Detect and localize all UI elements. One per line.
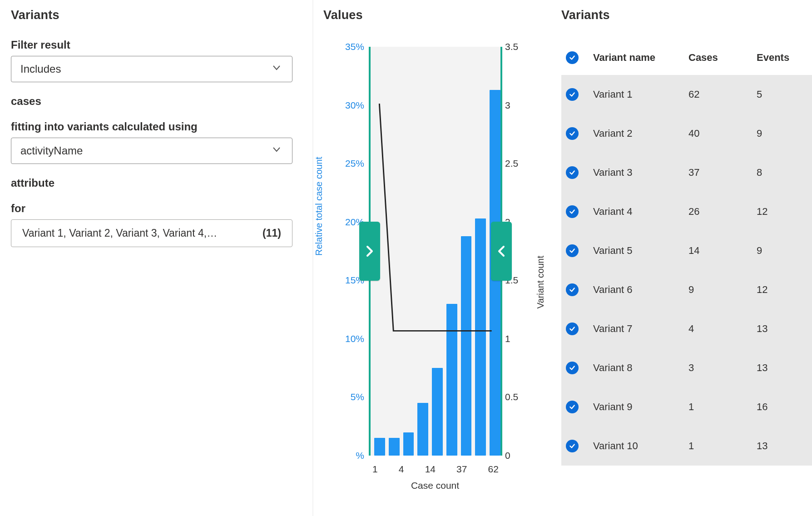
y-left-tick: 5% (351, 392, 364, 402)
variants-table-panel: Variants Variant name Cases Events Varia… (554, 0, 812, 516)
chart-bar (403, 432, 414, 456)
range-slider-right[interactable] (491, 222, 512, 281)
row-checkbox[interactable] (566, 401, 579, 413)
calc-attribute-select[interactable]: activityName (11, 138, 292, 164)
table-row[interactable]: Variant 2409 (561, 114, 812, 153)
cell-variant-name: Variant 3 (589, 153, 684, 192)
chart-bars (371, 47, 500, 456)
cell-events: 12 (752, 270, 812, 309)
chart-bar (432, 368, 443, 456)
x-tick: 62 (488, 464, 499, 475)
cell-events: 8 (752, 153, 812, 192)
filter-panel: Variants Filter result Includes cases fi… (0, 0, 313, 516)
chevron-down-icon (271, 62, 282, 76)
cell-cases: 1 (684, 387, 752, 427)
values-panel: Values Relative total case count Variant… (313, 0, 554, 516)
cell-variant-name: Variant 1 (589, 75, 684, 114)
table-row[interactable]: Variant 3378 (561, 153, 812, 192)
y-left-tick: 10% (345, 333, 364, 344)
filter-panel-title: Variants (11, 8, 303, 22)
variant-multiselect[interactable]: Variant 1, Variant 2, Variant 3, Variant… (11, 219, 292, 247)
cell-variant-name: Variant 2 (589, 114, 684, 153)
cell-cases: 26 (684, 192, 752, 231)
chart-bar (389, 438, 400, 456)
cell-variant-name: Variant 9 (589, 387, 684, 427)
y-left-tick: 25% (345, 158, 364, 169)
variants-table: Variant name Cases Events Variant 1625Va… (561, 44, 812, 466)
select-all-checkbox[interactable] (566, 51, 579, 64)
chart-bar (417, 403, 428, 456)
cell-variant-name: Variant 8 (589, 348, 684, 387)
row-checkbox[interactable] (566, 205, 579, 218)
y-left-axis-label: Relative total case count (314, 157, 324, 256)
cell-events: 13 (752, 309, 812, 348)
cell-events: 13 (752, 427, 812, 466)
table-row[interactable]: Variant 5149 (561, 231, 812, 270)
row-checkbox[interactable] (566, 166, 579, 179)
cell-variant-name: Variant 5 (589, 231, 684, 270)
variant-chart: Relative total case count Variant count … (321, 42, 550, 510)
th-variant-name[interactable]: Variant name (589, 44, 684, 75)
th-events[interactable]: Events (752, 44, 812, 75)
x-axis-label: Case count (321, 480, 550, 491)
y-right-axis-label: Variant count (535, 256, 546, 308)
chevron-left-icon (497, 245, 505, 258)
attribute-label: attribute (11, 177, 303, 189)
row-checkbox[interactable] (566, 244, 579, 257)
cell-variant-name: Variant 4 (589, 192, 684, 231)
table-row[interactable]: Variant 10113 (561, 427, 812, 466)
row-checkbox[interactable] (566, 283, 579, 296)
row-checkbox[interactable] (566, 322, 579, 335)
range-slider-left[interactable] (359, 222, 380, 281)
cell-events: 5 (752, 75, 812, 114)
row-checkbox[interactable] (566, 362, 579, 374)
cell-cases: 40 (684, 114, 752, 153)
table-row[interactable]: Variant 42612 (561, 192, 812, 231)
x-tick: 14 (425, 464, 436, 475)
cell-events: 12 (752, 192, 812, 231)
for-label: for (11, 202, 303, 215)
table-row[interactable]: Variant 9116 (561, 387, 812, 427)
chevron-right-icon (366, 245, 374, 258)
row-checkbox[interactable] (566, 88, 579, 101)
y-right-tick: 3 (505, 100, 510, 111)
cell-cases: 3 (684, 348, 752, 387)
y-right-tick: 1 (505, 333, 510, 344)
filter-result-label: Filter result (11, 39, 303, 51)
y-right-tick: 3.5 (505, 41, 518, 52)
y-right-tick: 2.5 (505, 158, 518, 169)
filter-result-select[interactable]: Includes (11, 56, 292, 82)
values-title: Values (323, 8, 550, 22)
variant-multiselect-count: (11) (262, 227, 281, 239)
chart-bar (461, 236, 472, 456)
row-checkbox[interactable] (566, 127, 579, 140)
table-row[interactable]: Variant 1625 (561, 75, 812, 114)
cell-cases: 62 (684, 75, 752, 114)
cell-variant-name: Variant 6 (589, 270, 684, 309)
y-right-tick: 0.5 (505, 392, 518, 402)
chevron-down-icon (271, 144, 282, 158)
th-cases[interactable]: Cases (684, 44, 752, 75)
variant-multiselect-text: Variant 1, Variant 2, Variant 3, Variant… (22, 227, 217, 239)
cell-events: 9 (752, 114, 812, 153)
y-left-tick: 35% (345, 41, 364, 52)
y-left-tick: % (356, 450, 364, 461)
y-left-tick: 30% (345, 100, 364, 111)
y-right-tick: 0 (505, 450, 510, 461)
chart-bar (446, 304, 457, 456)
cell-cases: 14 (684, 231, 752, 270)
table-row[interactable]: Variant 8313 (561, 348, 812, 387)
cell-events: 13 (752, 348, 812, 387)
cell-events: 9 (752, 231, 812, 270)
row-checkbox[interactable] (566, 440, 579, 452)
table-row[interactable]: Variant 6912 (561, 270, 812, 309)
cell-cases: 4 (684, 309, 752, 348)
cell-cases: 9 (684, 270, 752, 309)
fitting-label: fitting into variants calculated using (11, 120, 303, 133)
cell-variant-name: Variant 7 (589, 309, 684, 348)
cell-cases: 37 (684, 153, 752, 192)
filter-result-value: Includes (20, 63, 61, 75)
table-row[interactable]: Variant 7413 (561, 309, 812, 348)
chart-plot-area (369, 47, 502, 456)
variants-table-title: Variants (561, 8, 812, 22)
